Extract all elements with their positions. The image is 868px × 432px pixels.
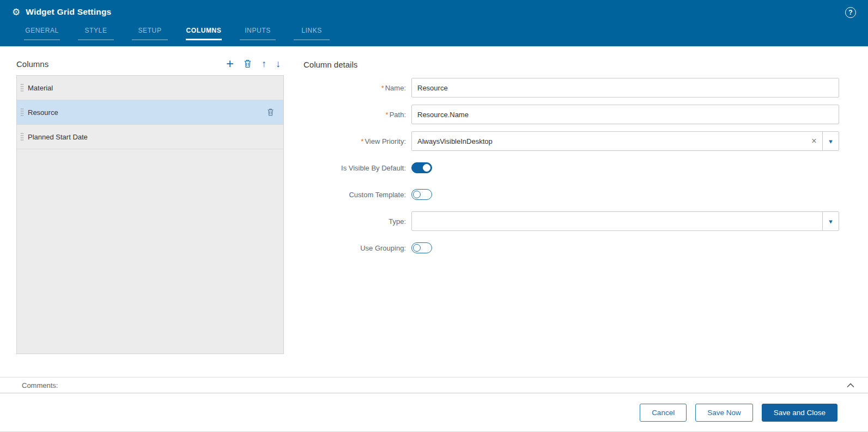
comments-label: Comments: (22, 381, 846, 390)
toggle-knob (413, 244, 421, 252)
arrow-down-icon: ↓ (276, 59, 281, 69)
field-row-custom-template: Custom Template: (304, 185, 839, 204)
comments-bar: Comments: (0, 377, 868, 393)
footer: Cancel Save Now Save and Close (0, 393, 868, 432)
view-priority-label: *View Priority: (304, 137, 411, 145)
trash-icon (243, 59, 252, 69)
field-row-type: Type: ▾ (304, 211, 839, 231)
column-list: Material Resource Planned Start (16, 75, 284, 354)
clear-button[interactable]: × (806, 132, 822, 150)
use-grouping-label: Use Grouping: (304, 244, 411, 252)
view-priority-dropdown-button[interactable]: ▾ (822, 132, 839, 150)
trash-icon (266, 108, 275, 117)
type-dropdown[interactable]: ▾ (411, 211, 839, 231)
row-delete-button[interactable] (266, 108, 275, 117)
columns-panel-title: Columns (16, 59, 226, 69)
name-label: *Name: (304, 84, 411, 92)
list-item-material[interactable]: Material (17, 76, 283, 100)
columns-panel: Columns + ↑ ↓ (16, 56, 284, 354)
app-window: ⚙ Widget Grid Settings ? GENERAL STYLE S… (0, 0, 868, 432)
titlebar: ⚙ Widget Grid Settings ? GENERAL STYLE S… (0, 0, 868, 46)
type-label: Type: (304, 217, 411, 226)
clear-icon: × (811, 136, 816, 146)
collapse-comments-button[interactable] (846, 382, 855, 388)
required-marker: * (381, 84, 384, 92)
required-marker: * (386, 111, 389, 119)
drag-handle-icon[interactable] (21, 84, 22, 85)
gear-icon: ⚙ (12, 8, 20, 17)
path-label: *Path: (304, 111, 411, 119)
tab-inputs[interactable]: INPUTS (240, 27, 276, 40)
custom-template-label: Custom Template: (304, 191, 411, 199)
is-visible-by-default-toggle[interactable] (411, 162, 432, 173)
list-item-planned-start-date[interactable]: Planned Start Date (17, 125, 283, 149)
move-up-button[interactable]: ↑ (262, 59, 266, 69)
save-and-close-button[interactable]: Save and Close (762, 404, 837, 422)
help-icon: ? (848, 9, 852, 16)
view-priority-combobox[interactable]: AlwaysVisibleInDesktop × ▾ (411, 131, 839, 151)
field-row-view-priority: *View Priority: AlwaysVisibleInDesktop ×… (304, 131, 839, 151)
is-visible-by-default-label: Is Visible By Default: (304, 164, 411, 172)
plus-icon: + (226, 59, 234, 69)
columns-panel-header: Columns + ↑ ↓ (16, 56, 284, 71)
field-row-path: *Path: (304, 105, 839, 124)
tab-links[interactable]: LINKS (294, 27, 330, 40)
move-down-button[interactable]: ↓ (276, 59, 281, 69)
column-details-title: Column details (304, 59, 839, 70)
arrow-up-icon: ↑ (262, 59, 266, 69)
list-item-label: Resource (28, 108, 58, 117)
cancel-button[interactable]: Cancel (640, 404, 687, 422)
list-item-label: Planned Start Date (28, 133, 88, 141)
toggle-knob (423, 164, 430, 172)
delete-column-button[interactable] (243, 59, 252, 69)
tab-columns[interactable]: COLUMNS (186, 27, 222, 40)
help-button[interactable]: ? (845, 7, 856, 18)
column-details-panel: Column details *Name: *Path: *View Prior… (304, 56, 839, 265)
type-dropdown-button[interactable]: ▾ (822, 212, 839, 230)
type-value[interactable] (412, 212, 822, 230)
name-input[interactable] (411, 78, 839, 98)
columns-toolbar: + ↑ ↓ (226, 59, 281, 69)
field-row-is-visible-by-default: Is Visible By Default: (304, 158, 839, 178)
view-priority-value[interactable]: AlwaysVisibleInDesktop (412, 132, 806, 150)
tab-bar: GENERAL STYLE SETUP COLUMNS INPUTS LINKS (24, 27, 348, 40)
title-row: ⚙ Widget Grid Settings (0, 0, 868, 17)
required-marker: * (361, 137, 363, 145)
chevron-down-icon: ▾ (829, 137, 833, 145)
add-column-button[interactable]: + (226, 59, 234, 69)
list-item-resource[interactable]: Resource (17, 100, 283, 125)
drag-handle-icon[interactable] (21, 133, 22, 134)
save-now-button[interactable]: Save Now (695, 404, 753, 422)
tab-setup[interactable]: SETUP (132, 27, 168, 40)
tab-style[interactable]: STYLE (78, 27, 114, 40)
page-title: Widget Grid Settings (26, 7, 111, 17)
drag-handle-icon[interactable] (21, 108, 22, 109)
tab-general[interactable]: GENERAL (24, 27, 60, 40)
custom-template-toggle[interactable] (411, 189, 432, 200)
toggle-knob (413, 191, 421, 198)
path-input[interactable] (411, 105, 839, 124)
use-grouping-toggle[interactable] (411, 242, 432, 253)
field-row-name: *Name: (304, 78, 839, 98)
field-row-use-grouping: Use Grouping: (304, 238, 839, 258)
chevron-up-icon (846, 382, 855, 388)
list-item-label: Material (28, 84, 53, 92)
chevron-down-icon: ▾ (829, 217, 833, 226)
